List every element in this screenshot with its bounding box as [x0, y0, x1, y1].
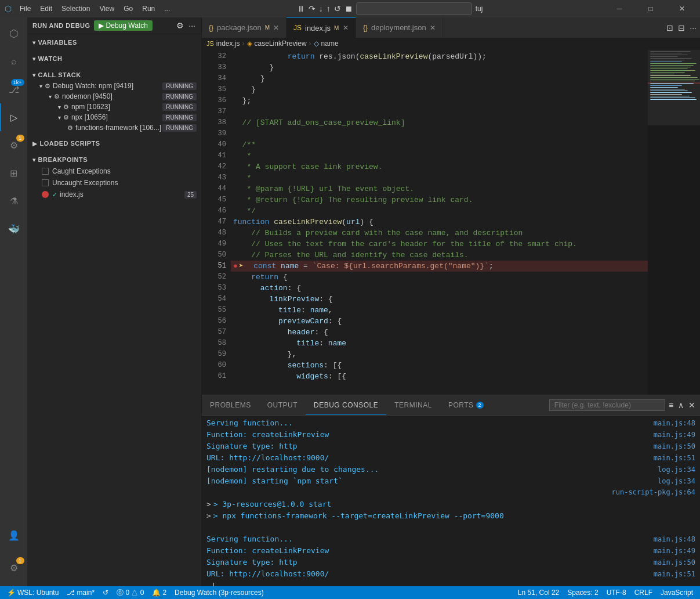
debug-pause-icon[interactable]: ⏸: [297, 4, 305, 13]
console-line-11: Function: createLinkPreview main.js:49: [202, 546, 700, 557]
breadcrumb-var[interactable]: name: [321, 39, 339, 48]
panel-tab-ports[interactable]: PORTS 2: [440, 395, 492, 415]
callstack-item-2[interactable]: ▾ ⚙ npm [10623] RUNNING: [28, 102, 201, 112]
tab-close-package[interactable]: ✕: [273, 24, 279, 32]
code-editor[interactable]: 32 33 34 35 36 37 38 39 40 41 42 43 44 4…: [202, 50, 648, 395]
caught-exceptions-checkbox[interactable]: [42, 168, 49, 175]
debug-stepinto-icon[interactable]: ↓: [319, 4, 323, 13]
console-source-4[interactable]: log.js:34: [658, 466, 695, 474]
status-sync[interactable]: ↺: [100, 589, 111, 597]
toggle-panel-icon[interactable]: ⊟: [677, 22, 686, 34]
code-content[interactable]: return res.json(caseLinkPreview(parsedUr…: [231, 50, 648, 395]
activity-item-search[interactable]: ⌕: [0, 48, 28, 75]
status-eol[interactable]: CRLF: [632, 589, 655, 597]
callstack-item-4[interactable]: ⚙ functions-framework [106...] RUNNING: [28, 122, 201, 133]
console-source-2[interactable]: main.js:50: [654, 442, 695, 450]
panel-close-icon[interactable]: ✕: [687, 399, 697, 411]
panel-tab-output[interactable]: OUTPUT: [259, 395, 306, 415]
close-button[interactable]: ✕: [669, 0, 695, 17]
panel-tab-terminal[interactable]: TERMINAL: [386, 395, 440, 415]
activity-item-extensions[interactable]: ⚙ 1: [0, 131, 28, 159]
menu-more[interactable]: ...: [161, 3, 173, 14]
status-errors[interactable]: ⓪ 0 △ 0: [114, 588, 146, 598]
variables-header[interactable]: ▾ VARIABLES: [28, 37, 201, 48]
callstack-item-3[interactable]: ▾ ⚙ npx [10656] RUNNING: [28, 112, 201, 122]
callstack-item-0[interactable]: ▾ ⚙ Debug Watch: npm [9419] RUNNING: [28, 81, 201, 91]
search-input[interactable]: [356, 2, 472, 15]
menu-run[interactable]: Run: [139, 3, 158, 14]
activity-item-run-debug[interactable]: ▷: [0, 103, 28, 131]
sidebar-more-icon[interactable]: ···: [187, 20, 197, 31]
status-encoding[interactable]: UTF-8: [604, 589, 629, 597]
watch-arrow-icon: ▾: [32, 56, 36, 62]
status-language[interactable]: JavaScript: [658, 589, 695, 597]
breadcrumb-function[interactable]: caseLinkPreview: [255, 39, 307, 48]
console-source-0[interactable]: main.js:48: [654, 419, 695, 427]
panel-filter-input[interactable]: [549, 399, 665, 411]
loaded-scripts-header[interactable]: ▶ LOADED SCRIPTS: [28, 138, 201, 149]
tab-index-js[interactable]: JS index.js M ✕: [286, 17, 356, 38]
panel-tab-debug-console[interactable]: DEBUG CONSOLE: [306, 395, 386, 415]
svg-rect-30: [648, 50, 700, 125]
debug-run-button[interactable]: ▶ Debug Watch: [94, 20, 153, 31]
breadcrumb-file[interactable]: index.js: [216, 39, 240, 48]
menu-view[interactable]: View: [96, 3, 118, 14]
panel-tab-problems[interactable]: PROBLEMS: [202, 395, 259, 415]
activity-item-source-control[interactable]: ⎇ 1k+: [0, 75, 28, 103]
menu-file[interactable]: File: [16, 3, 34, 14]
status-position[interactable]: Ln 51, Col 22: [516, 589, 561, 597]
breakpoint-caught[interactable]: Caught Exceptions: [28, 165, 201, 177]
activity-item-account[interactable]: 👤: [0, 521, 28, 549]
panel-collapse-icon[interactable]: ∧: [677, 399, 685, 411]
breakpoint-indexjs[interactable]: ✓ index.js 25: [28, 189, 201, 200]
more-actions-icon[interactable]: ···: [688, 22, 698, 34]
status-branch[interactable]: ⎇ main*: [64, 589, 97, 597]
menu-go[interactable]: Go: [120, 3, 136, 14]
console-line-0: Serving function... main.js:48: [202, 418, 700, 430]
activity-item-docker[interactable]: 🐳: [0, 215, 28, 243]
split-editor-icon[interactable]: ⊡: [665, 22, 674, 34]
sidebar-settings-icon[interactable]: ⚙: [175, 20, 185, 31]
ln-47: 47: [202, 216, 226, 228]
watch-header[interactable]: ▾ WATCH: [28, 53, 201, 64]
console-line-2: Signature type: http main.js:50: [202, 441, 700, 453]
activity-item-settings[interactable]: ⚙ 1: [0, 554, 28, 582]
activity-item-grid[interactable]: ⊞: [0, 159, 28, 187]
console-source-3[interactable]: main.js:51: [654, 454, 695, 462]
menu-edit[interactable]: Edit: [37, 3, 56, 14]
activity-item-explorer[interactable]: ⬡: [0, 20, 28, 48]
status-debug-session[interactable]: Debug Watch (3p-resources): [172, 589, 266, 597]
minimize-button[interactable]: ─: [606, 0, 633, 17]
menu-selection[interactable]: Selection: [58, 3, 93, 14]
callstack-item-arrow-1: ▾: [49, 93, 52, 100]
uncaught-exceptions-checkbox[interactable]: [42, 179, 49, 186]
breakpoint-uncaught[interactable]: Uncaught Exceptions: [28, 177, 201, 189]
tab-close-indexjs[interactable]: ✕: [343, 24, 349, 32]
status-wsl[interactable]: ⚡ WSL: Ubuntu: [5, 589, 61, 597]
status-spaces[interactable]: Spaces: 2: [565, 589, 600, 597]
debug-stepout-icon[interactable]: ↑: [327, 4, 331, 13]
tab-package-json[interactable]: {} package.json M ✕: [202, 17, 286, 38]
console-prompt-line[interactable]: >: [202, 580, 700, 586]
tab-deployment-json[interactable]: {} deployment.json ✕: [356, 17, 443, 38]
console-source-12[interactable]: main.js:50: [654, 558, 695, 566]
console-source-13[interactable]: main.js:51: [654, 570, 695, 578]
console-source-10[interactable]: main.js:48: [654, 535, 695, 543]
console-source-6[interactable]: run-script-pkg.js:64: [612, 488, 696, 496]
tab-close-deployment[interactable]: ✕: [430, 24, 436, 32]
console-source-11[interactable]: main.js:49: [654, 547, 695, 555]
console-source-1[interactable]: main.js:49: [654, 431, 695, 439]
callstack-header[interactable]: ▾ CALL STACK: [28, 69, 201, 81]
callstack-item-1[interactable]: ▾ ⚙ nodemon [9450] RUNNING: [28, 91, 201, 102]
breakpoints-header[interactable]: ▾ BREAKPOINTS: [28, 154, 201, 165]
panel-wrap-icon[interactable]: ≡: [668, 399, 674, 411]
status-notifications[interactable]: 🔔 2: [150, 589, 169, 597]
debug-stop-icon[interactable]: ⏹: [344, 4, 353, 13]
restore-button[interactable]: □: [637, 0, 664, 17]
console-source-5[interactable]: log.js:34: [658, 477, 695, 485]
menu-bar: File Edit Selection View Go Run ...: [16, 3, 173, 14]
debug-stepover-icon[interactable]: ↷: [309, 4, 315, 13]
console-output[interactable]: Serving function... main.js:48 Function:…: [202, 416, 700, 586]
debug-restart-icon[interactable]: ↺: [334, 4, 341, 13]
activity-item-test[interactable]: ⚗: [0, 187, 28, 215]
